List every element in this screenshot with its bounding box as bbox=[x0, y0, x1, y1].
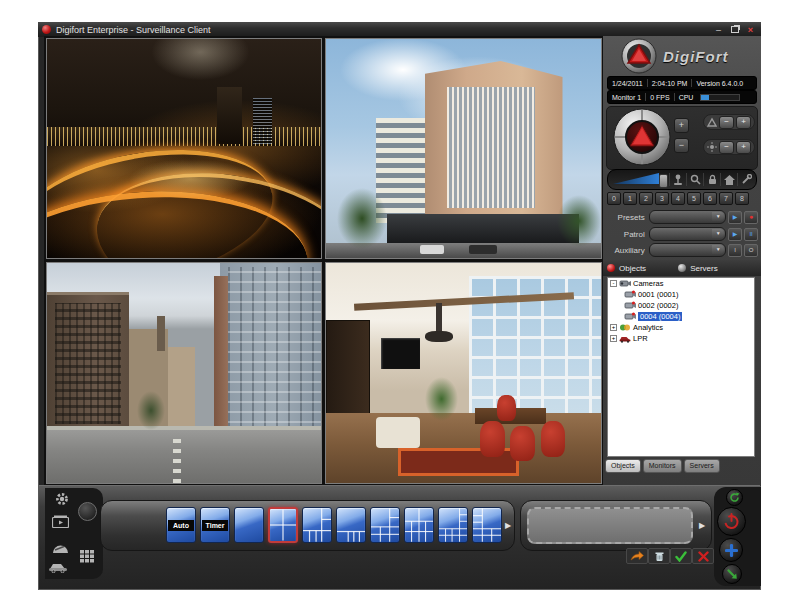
collapse-icon[interactable]: - bbox=[610, 280, 617, 287]
iris-plus-button[interactable]: + bbox=[736, 141, 751, 154]
red-chair bbox=[541, 421, 566, 456]
tree-tab-servers[interactable]: Servers bbox=[690, 264, 718, 273]
layout-button-1p3[interactable] bbox=[336, 507, 366, 543]
title-bar[interactable]: Digifort Enterprise - Surveillance Clien… bbox=[38, 22, 761, 37]
expand-icon[interactable]: + bbox=[610, 324, 617, 331]
tree-node-camera[interactable]: 0001 (0001) bbox=[608, 289, 754, 300]
ptz-joystick[interactable] bbox=[613, 108, 671, 166]
analytics-icon bbox=[619, 323, 631, 332]
layout-2x2-icon bbox=[270, 509, 296, 541]
glass-tower-grid bbox=[228, 267, 321, 443]
lpr-button[interactable] bbox=[48, 559, 68, 577]
expand-icon[interactable]: + bbox=[610, 335, 617, 342]
auxiliary-on-button[interactable]: I bbox=[728, 244, 742, 257]
layout-button-2x2-selected[interactable] bbox=[268, 507, 298, 543]
dome-camera-button[interactable] bbox=[52, 541, 69, 559]
preset-number-button[interactable]: 4 bbox=[671, 192, 685, 205]
focus-plus-button[interactable]: + bbox=[736, 116, 751, 129]
grid-icon bbox=[80, 550, 94, 563]
minimize-button[interactable]: – bbox=[712, 25, 725, 35]
preset-record-button[interactable]: ● bbox=[744, 211, 758, 224]
timer-mode-button[interactable]: Timer bbox=[200, 507, 230, 543]
ptz-zoom-in-button[interactable]: + bbox=[674, 118, 689, 133]
add-button[interactable] bbox=[719, 538, 743, 562]
camera-tile-night-city[interactable] bbox=[46, 38, 322, 259]
cpu-meter bbox=[700, 94, 740, 101]
refresh-button[interactable] bbox=[726, 489, 743, 506]
camera-tile-interior[interactable] bbox=[325, 262, 602, 484]
layout-button-1p7[interactable] bbox=[370, 507, 400, 543]
power-button[interactable] bbox=[717, 507, 746, 536]
preset-number-button[interactable]: 7 bbox=[719, 192, 733, 205]
car-icon bbox=[48, 561, 68, 573]
auxiliary-dropdown[interactable]: ▼ bbox=[649, 243, 726, 257]
layouts-next-button[interactable]: ▶ bbox=[505, 521, 511, 530]
chevron-down-icon[interactable]: ▼ bbox=[712, 229, 724, 238]
cancel-button[interactable] bbox=[692, 548, 714, 564]
confirm-button[interactable] bbox=[670, 548, 692, 564]
tree-node-camera[interactable]: 0002 (0002) bbox=[608, 300, 754, 311]
preset-number-button[interactable]: 0 bbox=[607, 192, 621, 205]
auxiliary-off-button[interactable]: O bbox=[744, 244, 758, 257]
preset-number-button[interactable]: 6 bbox=[703, 192, 717, 205]
layout-button-big-top-right[interactable] bbox=[472, 507, 502, 543]
layout-icon bbox=[473, 508, 501, 542]
building-base bbox=[387, 214, 580, 245]
tab-servers[interactable]: Servers bbox=[684, 459, 720, 473]
object-tree: - Cameras 0001 (0001) 0002 (0002) 0004 (… bbox=[607, 277, 755, 457]
tree-node-camera-selected[interactable]: 0004 (0004) bbox=[608, 311, 754, 322]
preset-number-button[interactable]: 8 bbox=[735, 192, 749, 205]
presets-label: Presets bbox=[603, 213, 649, 222]
lock-button[interactable] bbox=[703, 173, 720, 186]
restore-button[interactable] bbox=[728, 25, 741, 35]
preset-number-button[interactable]: 2 bbox=[639, 192, 653, 205]
tab-objects[interactable]: Objects bbox=[605, 459, 641, 473]
camera-tile-street[interactable] bbox=[46, 262, 322, 484]
settings-button[interactable] bbox=[55, 492, 69, 510]
preset-number-button[interactable]: 1 bbox=[623, 192, 637, 205]
export-button[interactable] bbox=[722, 564, 742, 584]
slider-handle[interactable] bbox=[659, 174, 668, 188]
close-button[interactable]: × bbox=[744, 25, 757, 35]
objects-icon bbox=[607, 264, 615, 272]
round-toggle-button[interactable] bbox=[78, 502, 97, 521]
layout-button-2p8[interactable] bbox=[404, 507, 434, 543]
tree-node-cameras[interactable]: - Cameras bbox=[608, 278, 754, 289]
focus-minus-button[interactable]: − bbox=[719, 116, 734, 129]
patrol-play-button[interactable]: ▶ bbox=[728, 228, 742, 241]
presets-dropdown[interactable]: ▼ bbox=[649, 210, 726, 224]
layout-icon bbox=[337, 508, 365, 542]
home-position-button[interactable] bbox=[720, 173, 737, 186]
preset-number-button[interactable]: 3 bbox=[655, 192, 669, 205]
clear-button[interactable] bbox=[648, 548, 670, 564]
patrol-pause-button[interactable]: II bbox=[744, 228, 758, 241]
speed-slider[interactable] bbox=[613, 173, 669, 186]
chevron-down-icon[interactable]: ▼ bbox=[712, 245, 724, 254]
tower-pillar bbox=[214, 276, 228, 448]
preset-go-button[interactable]: ▶ bbox=[728, 211, 742, 224]
joystick-mode-button[interactable] bbox=[669, 173, 686, 186]
camera-tile-building[interactable] bbox=[325, 38, 602, 259]
tree-node-lpr[interactable]: + LPR bbox=[608, 333, 754, 344]
tab-monitors[interactable]: Monitors bbox=[643, 459, 682, 473]
ptz-settings-button[interactable] bbox=[737, 173, 754, 186]
media-player-button[interactable] bbox=[52, 514, 69, 532]
patrol-dropdown[interactable]: ▼ bbox=[649, 227, 726, 241]
auto-mode-button[interactable]: Auto bbox=[166, 507, 196, 543]
dome-camera-icon bbox=[52, 543, 69, 555]
red-chair bbox=[497, 395, 516, 421]
matrix-button[interactable] bbox=[80, 549, 94, 567]
iris-minus-button[interactable]: − bbox=[719, 141, 734, 154]
preset-number-button[interactable]: 5 bbox=[687, 192, 701, 205]
ptz-zoom-out-button[interactable]: − bbox=[674, 138, 689, 153]
send-to-button[interactable] bbox=[626, 548, 648, 564]
sequence-next-button[interactable]: ▶ bbox=[699, 521, 705, 530]
layout-button-1p5[interactable] bbox=[302, 507, 332, 543]
layout-button-1x1[interactable] bbox=[234, 507, 264, 543]
zoom-tool-button[interactable] bbox=[686, 173, 703, 186]
tree-tab-objects[interactable]: Objects bbox=[619, 264, 646, 273]
layout-button-1p12[interactable] bbox=[438, 507, 468, 543]
chevron-down-icon[interactable]: ▼ bbox=[712, 212, 724, 221]
drop-zone[interactable] bbox=[527, 507, 693, 544]
tree-node-analytics[interactable]: + Analytics bbox=[608, 322, 754, 333]
